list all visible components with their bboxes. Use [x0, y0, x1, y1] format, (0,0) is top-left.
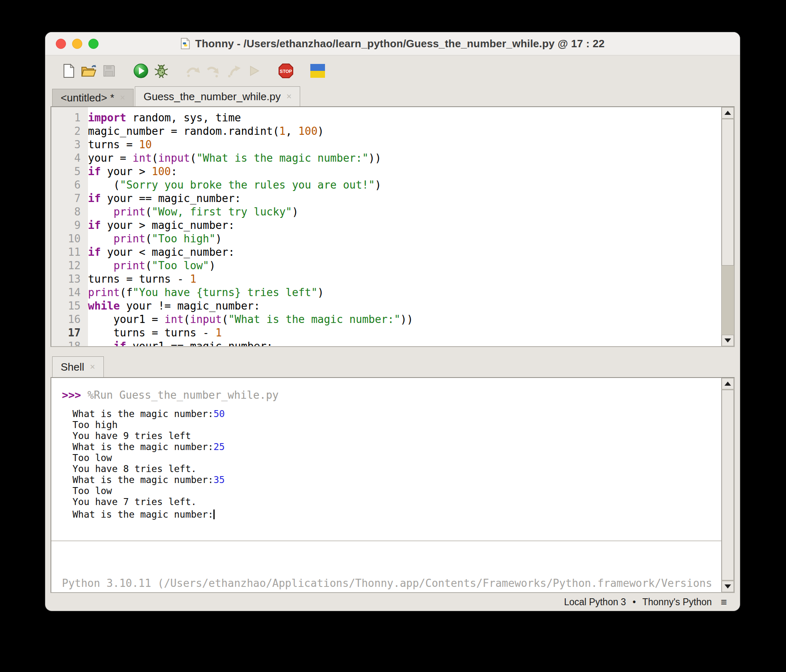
line-number: 14 — [51, 286, 81, 299]
title-bar[interactable]: Thonny - /Users/ethanzhao/learn_python/G… — [45, 32, 740, 55]
save-file-button — [101, 62, 118, 79]
shell-scrollbar[interactable] — [721, 378, 734, 592]
run-command: %Run Guess_the_number_while.py — [88, 389, 279, 401]
shell-content: >>> %Run Guess_the_number_while.py What … — [51, 378, 721, 592]
minimize-window-button[interactable] — [72, 39, 82, 49]
step-into-button — [205, 62, 222, 79]
step-into-icon — [206, 64, 221, 78]
code-text: print("Too low") — [81, 259, 215, 272]
close-icon[interactable]: × — [286, 91, 292, 102]
line-number: 16 — [51, 313, 81, 326]
code-line: 5if your > 100: — [51, 165, 721, 178]
line-number: 7 — [51, 192, 81, 205]
pending-prompt-text: What is the magic number: — [72, 509, 213, 520]
backend-label[interactable]: Local Python 3 — [564, 597, 626, 608]
code-line: 12 print("Too low") — [51, 259, 721, 272]
scroll-down-button[interactable] — [722, 581, 734, 592]
triangle-down-icon — [725, 338, 731, 343]
code-line: 1import random, sys, time — [51, 111, 721, 125]
text-cursor — [213, 509, 215, 519]
scroll-down-button[interactable] — [722, 335, 734, 346]
scroll-up-button[interactable] — [722, 378, 734, 389]
toolbar: STOP — [45, 55, 740, 86]
code-text: your1 = int(input("What is the magic num… — [81, 313, 413, 326]
tab-shell[interactable]: Shell × — [52, 356, 104, 377]
scroll-up-button[interactable] — [722, 107, 734, 119]
open-folder-icon — [81, 64, 97, 78]
tab-untitled[interactable]: <untitled> * × — [52, 89, 134, 106]
tab-untitled-label: <untitled> * — [61, 92, 114, 104]
line-number: 6 — [51, 178, 81, 192]
backend-menu-icon[interactable]: ≡ — [721, 596, 727, 608]
interpreter-info-line: Python 3.10.11 (/Users/ethanzhao/Applica… — [62, 577, 721, 590]
close-window-button[interactable] — [56, 39, 66, 49]
step-over-button — [184, 62, 202, 79]
code-line: 4your = int(input("What is the magic num… — [51, 152, 721, 165]
stop-button[interactable]: STOP — [277, 62, 294, 79]
code-text: turns = turns - 1 — [81, 326, 222, 340]
code-text: while your != magic_number: — [81, 299, 260, 313]
editor-scrollbar-thumb[interactable] — [722, 119, 734, 266]
io-line: You have 9 tries left — [72, 430, 721, 441]
code-text: your = int(input("What is the magic numb… — [81, 152, 381, 165]
ukraine-flag-icon — [310, 64, 325, 78]
shell-panel[interactable]: >>> %Run Guess_the_number_while.py What … — [50, 377, 735, 593]
line-number: 2 — [51, 125, 81, 138]
open-file-button[interactable] — [80, 62, 97, 79]
io-line: Too low — [72, 452, 721, 463]
code-line: 18 if your1 == magic_number: — [51, 340, 721, 347]
tab-guess-the-number[interactable]: Guess_the_number_while.py × — [135, 86, 300, 106]
close-icon[interactable]: × — [120, 92, 125, 103]
line-number: 11 — [51, 246, 81, 259]
title-wrap: Thonny - /Users/ethanzhao/learn_python/G… — [180, 37, 604, 50]
shell-scrollbar-thumb[interactable] — [722, 390, 734, 580]
debug-script-button[interactable] — [153, 62, 170, 79]
code-line: 2magic_number = random.randint(1, 100) — [51, 125, 721, 138]
debug-bug-icon — [154, 64, 169, 78]
tab-guess-label: Guess_the_number_while.py — [143, 90, 281, 103]
line-number: 5 — [51, 165, 81, 178]
shell-divider — [51, 540, 735, 541]
new-file-button[interactable] — [60, 62, 77, 79]
code-line: 15while your != magic_number: — [51, 299, 721, 313]
triangle-up-icon — [725, 382, 731, 386]
triangle-up-icon — [725, 111, 731, 115]
user-input-value: 50 — [213, 408, 225, 419]
step-out-icon — [226, 64, 242, 78]
code-editor[interactable]: 1import random, sys, time2magic_number =… — [50, 106, 735, 347]
line-number: 10 — [51, 232, 81, 246]
line-number: 9 — [51, 219, 81, 232]
line-number: 18 — [51, 340, 81, 347]
code-line: 14print(f"You have {turns} tries left") — [51, 286, 721, 299]
shell-tab-strip: Shell × — [50, 354, 735, 377]
ukraine-flag-button[interactable] — [309, 62, 326, 79]
code-line: 7if your == magic_number: — [51, 192, 721, 205]
line-number: 12 — [51, 259, 81, 272]
io-line: You have 8 tries left. — [72, 463, 721, 474]
desktop-background: Thonny - /Users/ethanzhao/learn_python/G… — [0, 0, 786, 672]
code-text: if your1 == magic_number: — [81, 340, 273, 347]
code-text: magic_number = random.randint(1, 100) — [81, 125, 324, 138]
stop-sign-icon: STOP — [278, 63, 294, 79]
status-separator: • — [632, 597, 636, 608]
run-script-button[interactable] — [132, 62, 149, 79]
zoom-window-button[interactable] — [88, 39, 99, 49]
window-title: Thonny - /Users/ethanzhao/learn_python/G… — [195, 37, 604, 50]
code-text: print("Wow, first try lucky") — [81, 205, 299, 219]
code-text: print("Too high") — [81, 232, 222, 246]
code-text: ("Sorry you broke the rules you are out!… — [81, 178, 381, 192]
close-icon[interactable]: × — [90, 362, 95, 372]
line-number: 13 — [51, 272, 81, 286]
code-text: if your < magic_number: — [81, 246, 235, 259]
code-text: if your == magic_number: — [81, 192, 241, 205]
code-line: 3turns = 10 — [51, 138, 721, 152]
new-file-icon — [62, 64, 75, 78]
code-text: print(f"You have {turns} tries left") — [81, 286, 324, 299]
code-text: import random, sys, time — [81, 111, 241, 125]
interpreter-label[interactable]: Thonny's Python — [642, 597, 712, 608]
pending-input-line[interactable]: What is the magic number: — [62, 509, 721, 520]
code-line: 6 ("Sorry you broke the rules you are ou… — [51, 178, 721, 192]
triangle-down-icon — [725, 584, 731, 589]
user-input-value: 25 — [213, 441, 225, 452]
editor-scrollbar[interactable] — [721, 107, 734, 346]
